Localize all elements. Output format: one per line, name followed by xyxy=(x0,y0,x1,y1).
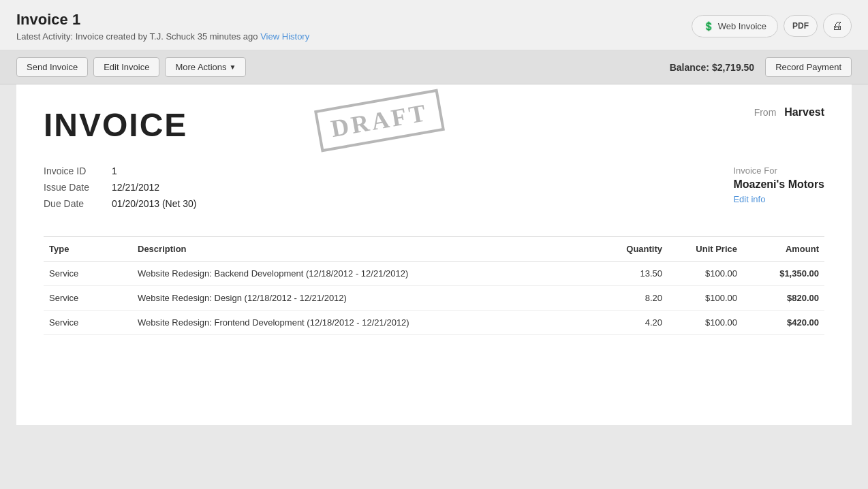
from-label: From xyxy=(754,107,777,118)
top-bar: Invoice 1 Latest Activity: Invoice creat… xyxy=(0,0,868,50)
more-actions-button[interactable]: More Actions ▼ xyxy=(165,57,246,77)
more-actions-label: More Actions xyxy=(175,62,226,72)
balance-display: Balance: $2,719.50 xyxy=(670,62,755,73)
row-amount: $1,350.00 xyxy=(743,262,824,286)
meta-right: Invoice For Moazeni's Motors Edit info xyxy=(733,165,824,215)
table-row: Service Website Redesign: Design (12/18/… xyxy=(44,286,824,311)
issue-date-label: Issue Date xyxy=(44,182,112,193)
col-header-description: Description xyxy=(132,237,600,262)
print-icon: 🖨 xyxy=(832,20,843,32)
row-amount: $420.00 xyxy=(743,311,824,335)
invoice-id-row: Invoice ID 1 xyxy=(44,165,197,176)
edit-info-link[interactable]: Edit info xyxy=(733,194,765,204)
due-date-label: Due Date xyxy=(44,198,112,209)
print-button[interactable]: 🖨 xyxy=(823,14,852,38)
invoice-for-name: Moazeni's Motors xyxy=(733,178,824,191)
row-unit-price: $100.00 xyxy=(668,262,743,286)
balance-label: Balance: xyxy=(670,62,709,73)
col-header-quantity: Quantity xyxy=(600,237,668,262)
send-invoice-button[interactable]: Send Invoice xyxy=(16,57,88,77)
action-bar: Send Invoice Edit Invoice More Actions ▼… xyxy=(0,50,868,84)
invoice-body: INVOICE DRAFT From Harvest Invoice ID 1 … xyxy=(16,84,852,425)
top-bar-left: Invoice 1 Latest Activity: Invoice creat… xyxy=(16,11,309,42)
row-unit-price: $100.00 xyxy=(668,311,743,335)
invoice-table-body: Service Website Redesign: Backend Develo… xyxy=(44,262,824,335)
invoice-header: INVOICE DRAFT From Harvest xyxy=(44,106,824,144)
table-row: Service Website Redesign: Frontend Devel… xyxy=(44,311,824,335)
web-invoice-label: Web Invoice xyxy=(718,21,766,31)
top-bar-right: 💲 Web Invoice PDF 🖨 xyxy=(692,14,852,38)
due-date-value: 01/20/2013 (Net 30) xyxy=(112,198,197,209)
invoice-title: INVOICE xyxy=(44,106,187,144)
invoice-for-label: Invoice For xyxy=(733,165,824,176)
row-amount: $820.00 xyxy=(743,286,824,311)
row-quantity: 8.20 xyxy=(600,286,668,311)
row-type: Service xyxy=(44,286,132,311)
issue-date-value: 12/21/2012 xyxy=(112,182,159,193)
view-history-link[interactable]: View History xyxy=(260,31,309,42)
balance-value: $2,719.50 xyxy=(712,62,754,73)
page-title: Invoice 1 xyxy=(16,11,309,29)
due-date-row: Due Date 01/20/2013 (Net 30) xyxy=(44,198,197,209)
invoice-id-label: Invoice ID xyxy=(44,165,112,176)
web-invoice-button[interactable]: 💲 Web Invoice xyxy=(692,15,778,37)
issue-date-row: Issue Date 12/21/2012 xyxy=(44,182,197,193)
invoice-table: Type Description Quantity Unit Price Amo… xyxy=(44,236,824,335)
row-description: Website Redesign: Frontend Development (… xyxy=(132,311,600,335)
draft-stamp: DRAFT xyxy=(314,89,445,152)
row-description: Website Redesign: Backend Development (1… xyxy=(132,262,600,286)
record-payment-button[interactable]: Record Payment xyxy=(765,57,852,77)
draft-stamp-container: DRAFT xyxy=(317,99,442,142)
col-header-amount: Amount xyxy=(743,237,824,262)
meta-left: Invoice ID 1 Issue Date 12/21/2012 Due D… xyxy=(44,165,197,215)
invoice-table-header: Type Description Quantity Unit Price Amo… xyxy=(44,237,824,262)
action-bar-right: Balance: $2,719.50 Record Payment xyxy=(670,57,852,77)
invoice-meta: Invoice ID 1 Issue Date 12/21/2012 Due D… xyxy=(44,165,824,215)
edit-invoice-button[interactable]: Edit Invoice xyxy=(93,57,159,77)
invoice-id-value: 1 xyxy=(112,165,117,176)
table-row: Service Website Redesign: Backend Develo… xyxy=(44,262,824,286)
row-unit-price: $100.00 xyxy=(668,286,743,311)
from-name: Harvest xyxy=(784,106,824,119)
row-description: Website Redesign: Design (12/18/2012 - 1… xyxy=(132,286,600,311)
pdf-button[interactable]: PDF xyxy=(784,15,818,37)
web-invoice-icon: 💲 xyxy=(703,21,714,31)
row-quantity: 4.20 xyxy=(600,311,668,335)
col-header-unit-price: Unit Price xyxy=(668,237,743,262)
activity-text: Latest Activity: Invoice created by T.J.… xyxy=(16,31,258,42)
row-quantity: 13.50 xyxy=(600,262,668,286)
row-type: Service xyxy=(44,262,132,286)
col-header-type: Type xyxy=(44,237,132,262)
action-bar-left: Send Invoice Edit Invoice More Actions ▼ xyxy=(16,57,246,77)
pdf-icon: PDF xyxy=(792,21,809,31)
chevron-down-icon: ▼ xyxy=(230,63,236,71)
from-section: From Harvest xyxy=(754,106,824,119)
row-type: Service xyxy=(44,311,132,335)
activity-line: Latest Activity: Invoice created by T.J.… xyxy=(16,31,309,42)
